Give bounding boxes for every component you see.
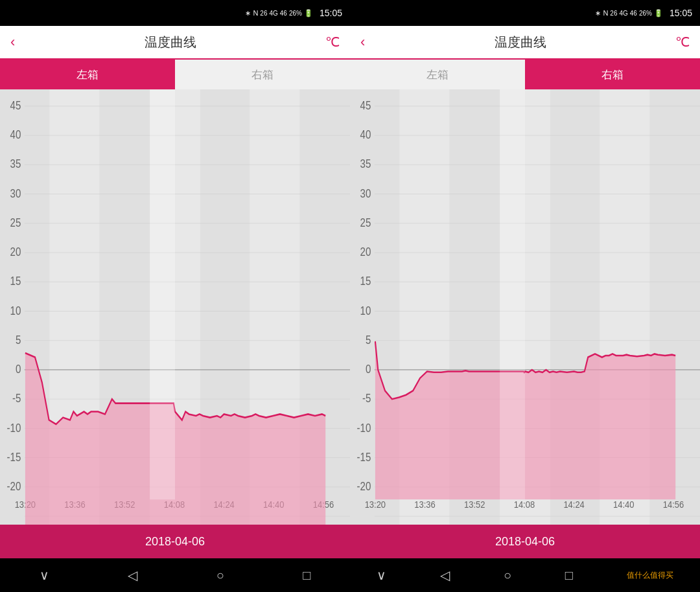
svg-text:20: 20 xyxy=(10,245,21,259)
svg-text:45: 45 xyxy=(360,99,371,113)
svg-text:-15: -15 xyxy=(7,451,21,464)
status-icons-right: ∗ N 26 4G 46 26% 🔋 xyxy=(595,9,663,17)
svg-text:20: 20 xyxy=(360,245,371,259)
square-icon-left[interactable]: □ xyxy=(303,568,310,583)
back-button-right[interactable]: ‹ xyxy=(360,34,365,51)
unit-label-right: ℃ xyxy=(675,34,690,50)
nav-bar-left: ‹ 温度曲线 ℃ xyxy=(0,26,350,60)
svg-text:35: 35 xyxy=(10,157,21,171)
svg-text:40: 40 xyxy=(10,128,21,142)
date-footer-left: 2018-04-06 xyxy=(0,525,350,558)
unit-label-left: ℃ xyxy=(325,34,340,50)
status-time-right: 15:05 xyxy=(670,8,692,18)
svg-text:-5: -5 xyxy=(12,392,21,405)
svg-text:14:08: 14:08 xyxy=(514,499,535,510)
back-button-left[interactable]: ‹ xyxy=(10,34,15,51)
status-bar-right: ∗ N 26 4G 46 26% 🔋 15:05 xyxy=(350,0,700,26)
back-nav-icon-left[interactable]: ◁ xyxy=(128,567,137,583)
svg-text:-20: -20 xyxy=(7,480,21,494)
svg-text:5: 5 xyxy=(16,334,21,347)
chart-svg-left: 45 40 35 30 25 20 15 10 5 0 -5 -10 -15 -… xyxy=(0,89,350,525)
back-nav-icon-right[interactable]: ◁ xyxy=(440,567,450,583)
svg-text:30: 30 xyxy=(10,187,21,200)
svg-text:-10: -10 xyxy=(7,421,21,435)
status-icons-left: ∗ N 26 4G 46 26% 🔋 xyxy=(245,9,313,17)
svg-text:13:52: 13:52 xyxy=(464,499,485,510)
left-phone-panel: ∗ N 26 4G 46 26% 🔋 15:05 ‹ 温度曲线 ℃ 左箱 右箱 xyxy=(0,0,350,592)
svg-text:25: 25 xyxy=(360,216,371,230)
status-bar-left: ∗ N 26 4G 46 26% 🔋 15:05 xyxy=(0,0,350,26)
svg-text:15: 15 xyxy=(360,275,371,288)
svg-text:14:40: 14:40 xyxy=(613,499,634,510)
svg-text:10: 10 xyxy=(360,304,371,317)
svg-text:0: 0 xyxy=(16,363,21,376)
svg-text:-10: -10 xyxy=(357,421,371,435)
chart-svg-right: 45 40 35 30 25 20 15 10 5 0 -5 -10 -15 -… xyxy=(350,89,700,525)
tab-left-box-right[interactable]: 左箱 xyxy=(350,60,525,89)
svg-text:14:24: 14:24 xyxy=(563,499,584,510)
home-icon-right[interactable]: ○ xyxy=(504,568,511,583)
svg-text:45: 45 xyxy=(10,99,21,113)
svg-text:13:20: 13:20 xyxy=(365,499,386,510)
svg-text:35: 35 xyxy=(360,157,371,171)
chevron-down-icon-left[interactable]: ∨ xyxy=(40,567,49,583)
svg-text:5: 5 xyxy=(366,334,371,347)
svg-text:0: 0 xyxy=(366,363,371,376)
svg-text:-5: -5 xyxy=(362,392,371,405)
home-icon-left[interactable]: ○ xyxy=(216,568,224,583)
svg-text:-20: -20 xyxy=(357,480,371,494)
svg-text:30: 30 xyxy=(360,187,371,200)
bottom-nav-left: ∨ ◁ ○ □ xyxy=(0,558,350,592)
svg-text:15: 15 xyxy=(10,275,21,288)
bottom-nav-right: ∨ ◁ ○ □ 值什么值得买 xyxy=(350,558,700,592)
watermark-label: 值什么值得买 xyxy=(627,570,673,581)
tab-right-box-right[interactable]: 右箱 xyxy=(525,60,700,89)
right-phone-panel: ∗ N 26 4G 46 26% 🔋 15:05 ‹ 温度曲线 ℃ 左箱 右箱 xyxy=(350,0,700,592)
page-title-right: 温度曲线 xyxy=(495,34,546,51)
svg-text:25: 25 xyxy=(10,216,21,230)
svg-text:10: 10 xyxy=(10,304,21,317)
square-icon-right[interactable]: □ xyxy=(565,568,573,583)
svg-text:14:56: 14:56 xyxy=(663,499,684,510)
page-title-left: 温度曲线 xyxy=(145,34,196,51)
nav-bar-right: ‹ 温度曲线 ℃ xyxy=(350,26,700,60)
chart-area-right: 45 40 35 30 25 20 15 10 5 0 -5 -10 -15 -… xyxy=(350,89,700,525)
chevron-down-icon-right[interactable]: ∨ xyxy=(377,567,386,583)
svg-rect-46 xyxy=(150,89,175,499)
tab-left-box-left[interactable]: 左箱 xyxy=(0,60,175,89)
chart-area-left: 45 40 35 30 25 20 15 10 5 0 -5 -10 -15 -… xyxy=(0,89,350,525)
status-time-left: 15:05 xyxy=(320,8,342,18)
tab-bar-left: 左箱 右箱 xyxy=(0,60,350,89)
tab-right-box-left[interactable]: 右箱 xyxy=(175,60,350,89)
svg-text:13:36: 13:36 xyxy=(414,499,435,510)
svg-rect-93 xyxy=(500,89,525,499)
svg-text:-15: -15 xyxy=(357,451,371,464)
date-footer-right: 2018-04-06 xyxy=(350,525,700,558)
svg-text:40: 40 xyxy=(360,128,371,142)
tab-bar-right: 左箱 右箱 xyxy=(350,60,700,89)
